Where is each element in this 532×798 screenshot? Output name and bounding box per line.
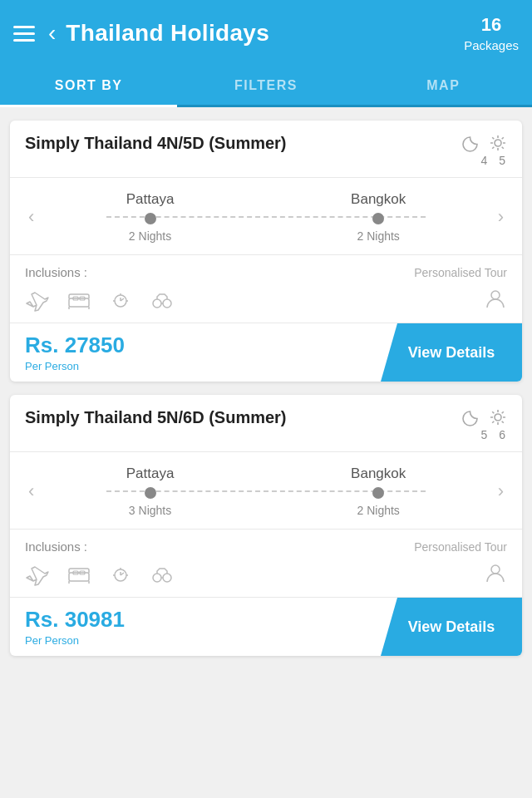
- city-nights-pattaya-2: 3 Nights: [129, 504, 171, 517]
- card-header-2: Simply Thailand 5N/6D (Summer): [10, 395, 522, 452]
- food-icon-1: [108, 290, 133, 312]
- packages-label: Packages: [464, 38, 519, 52]
- itinerary-1: ‹ Pattaya 2 Nights Bangkok 2 Nights ›: [10, 178, 522, 255]
- tab-bar: SORT BY FILTERS MAP: [0, 66, 532, 107]
- city-dot-bangkok-1: [372, 213, 384, 224]
- inclusions-label-2: Inclusions :: [25, 539, 87, 554]
- city-dot-bangkok-2: [372, 487, 384, 499]
- itinerary-2: ‹ Pattaya 3 Nights Bangkok 2 Nights ›: [10, 452, 522, 530]
- moon-icon-2: [462, 408, 480, 426]
- city-name-pattaya-2: Pattaya: [126, 466, 175, 482]
- inclusions-section-2: Inclusions : Personalised Tour: [10, 530, 522, 598]
- city-name-pattaya-1: Pattaya: [126, 191, 175, 208]
- city-dot-pattaya-2: [145, 487, 156, 499]
- price-section-1: Rs. 27850 Per Person: [10, 323, 381, 382]
- moon-icon-1: [462, 134, 480, 152]
- city-dot-pattaya-1: [145, 213, 156, 224]
- tab-map[interactable]: MAP: [355, 66, 532, 105]
- price-amount-1: Rs. 27850: [25, 332, 366, 358]
- city-bangkok-1: Bangkok 2 Nights: [351, 191, 406, 243]
- inclusion-icons-2: [25, 564, 175, 586]
- package-card-2: Simply Thailand 5N/6D (Summer): [10, 395, 522, 656]
- svg-point-20: [153, 299, 161, 308]
- page-title: Thailand Holidays: [66, 20, 269, 47]
- svg-point-43: [153, 574, 161, 582]
- price-per-2: Per Person: [25, 634, 366, 647]
- svg-line-7: [502, 137, 504, 139]
- inclusions-section-1: Inclusions : Personalised Tour: [10, 255, 522, 323]
- svg-line-31: [492, 421, 494, 423]
- city-name-bangkok-2: Bangkok: [351, 466, 406, 482]
- price-per-1: Per Person: [25, 360, 366, 372]
- view-details-btn-1[interactable]: View Details: [381, 323, 522, 382]
- sun-icon-2: [489, 408, 507, 426]
- svg-rect-32: [69, 573, 89, 581]
- svg-point-0: [495, 140, 501, 146]
- header-left: ‹ Thailand Holidays: [13, 20, 269, 47]
- prev-city-btn-1[interactable]: ‹: [25, 206, 37, 228]
- cities-row-2: Pattaya 3 Nights Bangkok 2 Nights: [37, 466, 494, 517]
- svg-point-44: [163, 574, 171, 582]
- svg-rect-9: [69, 298, 89, 307]
- tab-sort[interactable]: SORT BY: [0, 66, 177, 105]
- binoculars-icon-2: [150, 564, 175, 586]
- night-day-info-1: 4 5: [462, 134, 507, 167]
- package-title-2: Simply Thailand 5N/6D (Summer): [25, 408, 462, 427]
- food-icon-2: [108, 564, 133, 586]
- svg-line-5: [492, 137, 494, 139]
- days-count-1: 5: [499, 154, 505, 167]
- svg-point-23: [495, 414, 501, 421]
- svg-line-28: [492, 411, 494, 413]
- nights-count-2: 5: [480, 428, 487, 441]
- packages-count-block: 16 Packages: [464, 13, 519, 53]
- svg-line-8: [492, 147, 494, 149]
- city-nights-pattaya-1: 2 Nights: [129, 229, 171, 243]
- personalised-label-2: Personalised Tour: [414, 540, 507, 554]
- person-icon-1: [484, 288, 507, 311]
- person-icon-2: [484, 562, 507, 585]
- package-title-1: Simply Thailand 4N/5D (Summer): [25, 134, 462, 153]
- back-icon[interactable]: ‹: [48, 22, 56, 45]
- svg-point-21: [163, 299, 171, 308]
- bed-icon-2: [66, 564, 91, 586]
- inclusions-header-2: Inclusions : Personalised Tour: [25, 539, 507, 554]
- svg-line-6: [502, 147, 504, 149]
- binoculars-icon-1: [150, 290, 175, 312]
- city-nights-bangkok-2: 2 Nights: [357, 504, 400, 517]
- cities-row-1: Pattaya 2 Nights Bangkok 2 Nights: [37, 191, 494, 243]
- plane-icon-1: [25, 290, 50, 312]
- sun-icon-1: [489, 134, 507, 152]
- svg-point-22: [491, 291, 500, 299]
- hamburger-menu-icon[interactable]: [13, 26, 35, 42]
- inclusion-icons-1: [25, 290, 175, 312]
- city-pattaya-2: Pattaya 3 Nights: [126, 466, 175, 517]
- inclusions-label-1: Inclusions :: [25, 265, 87, 279]
- svg-line-29: [502, 421, 504, 423]
- package-card-1: Simply Thailand 4N/5D (Summer): [10, 121, 522, 382]
- next-city-btn-2[interactable]: ›: [495, 480, 507, 502]
- price-amount-2: Rs. 30981: [25, 607, 366, 633]
- svg-line-30: [502, 411, 504, 413]
- city-name-bangkok-1: Bangkok: [351, 191, 406, 208]
- tab-filters[interactable]: FILTERS: [177, 66, 354, 105]
- next-city-btn-1[interactable]: ›: [495, 206, 507, 228]
- city-nights-bangkok-1: 2 Nights: [357, 229, 400, 243]
- card-footer-1: Rs. 27850 Per Person View Details: [10, 323, 522, 382]
- inclusions-header-1: Inclusions : Personalised Tour: [25, 265, 507, 279]
- card-footer-2: Rs. 30981 Per Person View Details: [10, 598, 522, 656]
- night-day-info-2: 5 6: [462, 408, 507, 441]
- price-section-2: Rs. 30981 Per Person: [10, 598, 381, 656]
- personalised-label-1: Personalised Tour: [414, 266, 507, 279]
- days-count-2: 6: [499, 428, 505, 441]
- app-header: ‹ Thailand Holidays 16 Packages: [0, 0, 532, 66]
- view-details-btn-2[interactable]: View Details: [381, 598, 522, 656]
- person-icon-wrap-1: [467, 288, 507, 314]
- card-header-1: Simply Thailand 4N/5D (Summer): [10, 121, 522, 178]
- prev-city-btn-2[interactable]: ‹: [25, 480, 37, 502]
- plane-icon-2: [25, 564, 50, 586]
- person-icon-wrap-2: [467, 562, 507, 589]
- svg-point-45: [491, 565, 500, 574]
- packages-count: 16: [464, 13, 519, 37]
- nights-count-1: 4: [480, 154, 487, 167]
- bed-icon-1: [66, 290, 91, 312]
